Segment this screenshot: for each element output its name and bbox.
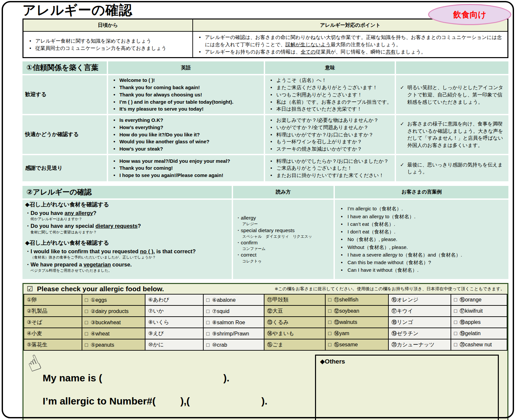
checkbox-icon[interactable]: □ bbox=[85, 308, 88, 314]
checkbox-icon[interactable]: □ bbox=[85, 342, 88, 348]
checkbox-icon[interactable]: □ bbox=[328, 308, 332, 314]
checkbox-icon[interactable]: □ bbox=[85, 331, 88, 337]
others-label: ◆Others bbox=[320, 358, 494, 365]
allergen-jp: ⑬くるみ bbox=[264, 317, 325, 328]
section1-col-meaning: 意味 bbox=[265, 61, 395, 74]
list-item: Thank you for coming! bbox=[111, 164, 261, 172]
allergen-en: ⑮sesame bbox=[334, 342, 358, 347]
checkbox-icon[interactable]: □ bbox=[206, 297, 210, 303]
checkbox-icon[interactable]: □ bbox=[454, 308, 457, 314]
checklist-title-text: Please check your allergic food below. bbox=[37, 285, 164, 293]
list-item: いつもご利用ありがとうございます！ bbox=[268, 91, 392, 98]
reading-word: special dietary requests bbox=[236, 227, 331, 234]
checklist-note: ※この欄をお客さまに提示してください。使用後はこの欄をお持ち帰り頂き、日本滞在中… bbox=[275, 286, 505, 292]
section1-row-welcome: 歓迎する Welcome to ( )!Thank you for coming… bbox=[22, 75, 508, 114]
group-heading: ◆召し上がれない食材を確認する bbox=[25, 239, 229, 247]
checkbox-icon[interactable]: □ bbox=[328, 319, 332, 325]
reading-kana: アレジー bbox=[236, 221, 331, 227]
checkbox-icon[interactable]: □ bbox=[454, 342, 457, 348]
section2: ②アレルギーの確認 読み方 お客さまの言葉例 ◆召し上がれない食材を確認する ・… bbox=[21, 185, 510, 281]
english-list: How was your meal?/Did you enjoy your me… bbox=[111, 158, 261, 179]
allergen-en: ⑥abalone bbox=[212, 297, 236, 303]
allergen-en-cell: □⑱apples bbox=[451, 317, 507, 328]
allergen-en-cell: □③buckwheat bbox=[82, 317, 145, 328]
list-item: 料理はいかがですか？/お口に合いますか？ bbox=[268, 131, 392, 138]
section1-table: ①信頼関係を築く言葉 英語 意味 歓迎する Welcome to ( )!Tha… bbox=[21, 60, 510, 183]
allergen-row: ①卵 □①eggs ⑥あわび □⑥abalone ⑪甲殻類 □⑪shellfis… bbox=[24, 294, 507, 305]
list-item: Welcome to ( )! bbox=[111, 77, 261, 84]
allergen-en: ③buckwheat bbox=[91, 320, 121, 325]
sheet-content: アレルギーの確認 日頃から アレルギー対応のポイント アレルギー食材に関する知識… bbox=[22, 2, 508, 420]
checkbox-icon[interactable]: □ bbox=[206, 342, 210, 348]
allergen-en-cell: □⑯orange bbox=[451, 294, 507, 305]
phrase-group: ◆召し上がれない食材を確認する ・Do you have any allergy… bbox=[25, 201, 229, 235]
english-list: Is everything O.K?How’s everything?How d… bbox=[111, 117, 261, 153]
meaning-list: お楽しみですか？/必要な物はありませんか？いかがですか？/全て問題ありませんか？… bbox=[268, 117, 392, 153]
list-item: How do you like it?/Do you like it? bbox=[111, 131, 261, 138]
allergen-en-cell: □⑩crab bbox=[203, 339, 264, 350]
phrase-translation: （食材名）抜きの食事をご予約いただいていましたが、正しいでしょうか？ bbox=[25, 255, 229, 260]
checkbox-icon[interactable]: □ bbox=[328, 342, 332, 348]
allergen-en-cell: □⑭yam bbox=[325, 328, 389, 339]
examples-list: I’m allergic to（食材名）.I have an allergy t… bbox=[337, 205, 506, 274]
list-item: I have an allergy to（食材名）. bbox=[337, 213, 506, 220]
allergen-en: ⑧salmon Roe bbox=[212, 320, 245, 325]
list-item: I hope to see you again!/Please come aga… bbox=[111, 172, 261, 179]
list-item: I have a severe allergy to（食材名）and（食材名）. bbox=[337, 251, 506, 259]
my-name-fill-line: My name is ( ). bbox=[43, 372, 229, 384]
allergen-en: ⑨shrimp/Prawn bbox=[212, 331, 249, 336]
section2-examples-cell: I’m allergic to（食材名）.I have an allergy t… bbox=[335, 200, 508, 279]
checkbox-icon[interactable]: □ bbox=[454, 297, 457, 303]
checkbox-icon[interactable]: □ bbox=[454, 331, 457, 336]
list-item: I don’t eat（食材名）. bbox=[337, 228, 506, 235]
allergen-jp: ③そば bbox=[24, 317, 82, 328]
allergen-en: ⑪shellfish bbox=[334, 297, 358, 302]
allergen-jp: ⑯オレンジ bbox=[388, 294, 451, 305]
checkbox-icon[interactable]: □ bbox=[206, 320, 210, 326]
allergen-jp: ①卵 bbox=[24, 294, 82, 305]
allergen-en-cell: □⑨shrimp/Prawn bbox=[203, 328, 264, 339]
allergen-jp: ⑱リンゴ bbox=[388, 317, 451, 328]
list-item: お客さまの様子に意識を向け、食事を満喫されているか確認しましょう。大きな声をだし… bbox=[399, 120, 506, 149]
checkbox-icon[interactable]: □ bbox=[454, 319, 457, 325]
allergen-en-cell: □⑬walnuts bbox=[325, 317, 389, 328]
row-label: 歓迎する bbox=[22, 75, 107, 114]
section1-col-advice bbox=[396, 61, 508, 74]
phrase: ・I would like to confirm that you reques… bbox=[25, 248, 229, 255]
list-item: Without（食材名）, please. bbox=[337, 243, 506, 251]
checkbox-icon[interactable]: □ bbox=[328, 331, 332, 336]
allergen-row: ②乳製品 □②dairy products ⑦いか □⑦squid ⑫大豆 □⑫… bbox=[24, 305, 507, 317]
allergen-en-cell: □⑲gelatin bbox=[451, 328, 507, 339]
list-item: ステーキの焼き加減はいかがですか？ bbox=[268, 145, 392, 153]
list-item: またお目に掛かりたいです/また来てください！ bbox=[268, 172, 392, 179]
allergen-row: ④小麦 □④wheat ⑨えび □⑨shrimp/Prawn ⑭やまいも □⑭y… bbox=[24, 328, 507, 339]
allergen-jp: ⑲ゼラチン bbox=[388, 328, 451, 339]
allergen-en: ⑬walnuts bbox=[334, 319, 357, 325]
allergen-en: ⑰kiwifruit bbox=[460, 308, 483, 314]
phrase-translation: 食材に関して何かご要望はありますか？ bbox=[25, 230, 229, 235]
checkbox-icon[interactable]: □ bbox=[85, 320, 88, 326]
allergen-en-cell: □⑤peanuts bbox=[82, 339, 145, 350]
group-heading: ◆召し上がれない食材を確認する bbox=[25, 201, 229, 209]
reading-kana: スペシャル ダイエタリィ リクエスッ bbox=[236, 234, 331, 239]
others-writein-box[interactable]: ◆Others bbox=[315, 355, 499, 420]
list-item: 従業員同士のコミュニケーション力を高めておきましょう bbox=[27, 45, 189, 52]
checkbox-icon[interactable]: □ bbox=[328, 297, 332, 303]
row-label: 感謝でお見送り bbox=[22, 155, 107, 181]
checkbox-icon[interactable]: □ bbox=[85, 297, 88, 303]
allergen-jp: ⑫大豆 bbox=[264, 305, 325, 317]
allergen-en: ⑳cashew nut bbox=[460, 342, 492, 347]
allergic-number-fill-line: I’m allergic to Number#( ),( ). bbox=[43, 396, 267, 407]
checklist-bottom: ☝ My name is ( ). I’m allergic to Number… bbox=[23, 351, 507, 420]
list-item: Can this be made without（食材名）? bbox=[337, 259, 506, 266]
checkbox-icon[interactable]: □ bbox=[206, 331, 210, 337]
section1: ①信頼関係を築く言葉 英語 意味 歓迎する Welcome to ( )!Tha… bbox=[21, 60, 510, 183]
allergen-jp: ④小麦 bbox=[24, 328, 82, 339]
checkbox-icon[interactable]: □ bbox=[206, 308, 210, 314]
section2-phrases-cell: ◆召し上がれない食材を確認する ・Do you have any allergy… bbox=[22, 200, 232, 279]
advice-list: 明るい笑顔と、しっかりとしたアイコンタクトで歓迎、自己紹介をし、第一印象で信頼感… bbox=[399, 84, 506, 105]
list-item: 私は（名前）です。お客さまのテーブル担当です。 bbox=[268, 98, 392, 106]
pointing-hand-icon: ☝ bbox=[23, 350, 45, 377]
list-item: How’s everything? bbox=[111, 124, 261, 131]
allergen-jp: ⑤落花生 bbox=[24, 339, 82, 350]
